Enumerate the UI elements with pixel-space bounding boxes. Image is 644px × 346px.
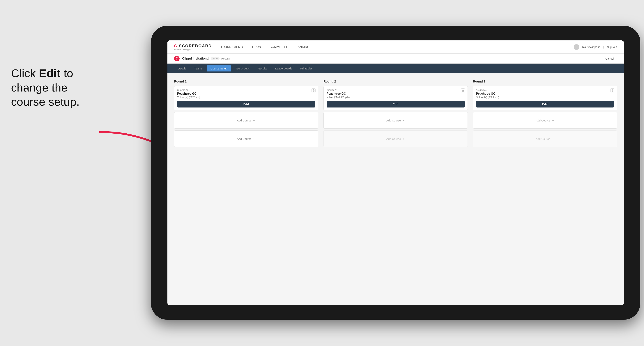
round-2-title: Round 2 [324,80,468,83]
round-3-add-course-label-1: Add Course [536,119,550,122]
round-3-delete-icon[interactable]: 🗑 [610,88,614,92]
logo-text: SCOREBOARD [179,43,212,48]
round-2-edit-button[interactable]: Edit [326,101,464,108]
cancel-button[interactable]: Cancel ✕ [605,57,617,60]
round-3-column: Round 3 (Course A) Peachtree GC Yellow (… [473,80,617,149]
round-1-title: Round 1 [174,80,318,83]
round-1-delete-icon[interactable]: 🗑 [312,88,316,92]
logo-subtitle: Powered by clippd [174,48,212,50]
round-3-edit-button[interactable]: Edit [476,101,614,108]
round-1-column: Round 1 (Course A) Peachtree GC Yellow (… [174,80,318,149]
round-1-add-course-label-1: Add Course [237,119,251,122]
separator: | [603,45,604,48]
tablet-screen: C SCOREBOARD Powered by clippd TOURNAMEN… [168,40,624,305]
round-3-title: Round 3 [473,80,617,83]
user-email: blair@clippd.io [582,45,600,48]
instruction-bold: Edit [39,67,60,80]
round-2-plus-icon-1: ＋ [402,119,405,122]
round-2-add-course-label-2: Add Course [386,137,401,140]
round-2-column: Round 2 (Course A) Peachtree GC Yellow (… [324,80,468,149]
round-1-add-course-1[interactable]: Add Course ＋ [174,112,318,129]
round-3-add-course-2: Add Course ＋ [473,131,617,147]
tabs-bar: Details Teams Course Setup Tee Groups Re… [168,64,624,73]
tab-printables[interactable]: Printables [296,65,316,71]
round-1-course-card: (Course A) Peachtree GC Yellow (M) (6629… [174,86,318,110]
round-1-add-course-label-2: Add Course [237,137,251,140]
round-2-add-course-1[interactable]: Add Course ＋ [324,112,468,129]
round-2-course-name: Peachtree GC [326,92,464,95]
nav-tournaments[interactable]: TOURNAMENTS [220,45,244,49]
user-avatar [574,44,579,50]
tournament-name: Clippd Invitational [182,57,209,60]
scoreboard-logo: C SCOREBOARD [174,43,212,48]
tournament-status: Hosting [221,57,230,60]
round-1-add-course-2[interactable]: Add Course ＋ [174,131,318,147]
round-3-add-course-label-2: Add Course [536,137,550,140]
round-2-course-card: (Course A) Peachtree GC Yellow (M) (6629… [324,86,468,110]
round-1-course-name: Peachtree GC [177,92,315,95]
tab-course-setup[interactable]: Course Setup [207,65,231,71]
logo-c-letter: C [174,43,178,48]
round-1-plus-icon-1: ＋ [253,119,256,122]
instruction-panel: Click Edit tochange thecourse setup. [0,59,114,116]
round-3-plus-icon-2: ＋ [552,137,554,141]
tab-results[interactable]: Results [254,65,271,71]
round-2-plus-icon-2: ＋ [402,137,405,141]
tab-leaderboards[interactable]: Leaderboards [272,65,296,71]
nav-committee[interactable]: COMMITTEE [270,45,288,49]
top-nav: C SCOREBOARD Powered by clippd TOURNAMEN… [168,40,624,54]
instruction-prefix: Click [11,67,39,80]
round-3-plus-icon-1: ＋ [552,119,554,122]
round-2-add-course-label-1: Add Course [386,119,401,122]
round-1-plus-icon-2: ＋ [253,137,256,141]
round-3-course-label: (Course A) [476,89,614,91]
nav-teams[interactable]: TEAMS [252,45,262,49]
round-2-add-course-2: Add Course ＋ [324,131,468,147]
round-3-add-course-1[interactable]: Add Course ＋ [473,112,617,129]
round-1-course-label: (Course A) [177,89,315,91]
tournament-logo: C [174,56,180,61]
tablet-frame: C SCOREBOARD Powered by clippd TOURNAMEN… [151,26,640,320]
round-2-course-label: (Course A) [326,89,464,91]
round-1-edit-button[interactable]: Edit [177,101,315,108]
rounds-grid: Round 1 (Course A) Peachtree GC Yellow (… [174,80,617,149]
round-3-course-card: (Course A) Peachtree GC Yellow (M) (6629… [473,86,617,110]
tab-details[interactable]: Details [174,65,190,71]
nav-links: TOURNAMENTS TEAMS COMMITTEE RANKINGS [220,45,574,49]
round-3-course-detail: Yellow (M) (6629 yds) [476,96,614,99]
main-content: Round 1 (Course A) Peachtree GC Yellow (… [168,73,624,305]
nav-right: blair@clippd.io | Sign out [574,44,617,50]
tab-tee-groups[interactable]: Tee Groups [232,65,254,71]
round-2-delete-icon[interactable]: 🗑 [461,88,465,92]
nav-rankings[interactable]: RANKINGS [296,45,312,49]
round-2-course-detail: Yellow (M) (6629 yds) [326,96,464,99]
tab-teams[interactable]: Teams [190,65,206,71]
tournament-bar: C Clippd Invitational Men Hosting Cancel… [168,54,624,64]
round-3-course-name: Peachtree GC [476,92,614,95]
sign-out-link[interactable]: Sign out [607,45,617,48]
tournament-gender-badge: Men [211,57,219,60]
logo-area: C SCOREBOARD Powered by clippd [174,43,212,50]
round-1-course-detail: Yellow (M) (6629 yds) [177,96,315,99]
